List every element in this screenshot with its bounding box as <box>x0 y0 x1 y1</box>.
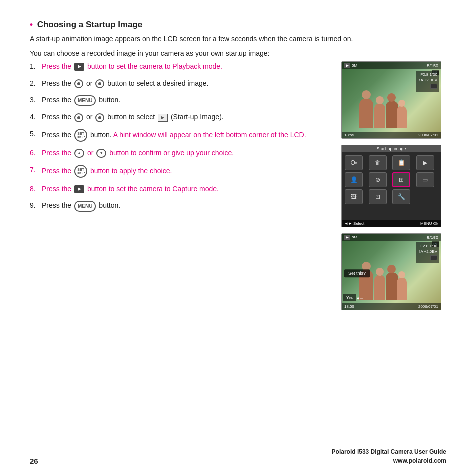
step-1-content: Press the button to set the camera to Pl… <box>42 61 336 72</box>
menu-cell-6: ⊘ <box>369 172 387 187</box>
screen1-topbar: ▶ 5M 5/150 <box>342 62 441 69</box>
screen3-prompt: Set this? <box>344 269 370 277</box>
menu-cell-11: 🔧 <box>392 189 410 204</box>
scroll-down-icon <box>96 149 106 158</box>
step-7: 7. Press the SETDISP button to apply the… <box>30 165 336 178</box>
set-icon-step5: SETDISP <box>74 129 87 142</box>
step-1: 1. Press the button to set the camera to… <box>30 61 336 72</box>
menu-icon-step9: MENU <box>74 201 96 212</box>
menu-cell-5: 👤 <box>345 172 363 187</box>
step-4: 4. Press the or button to select (Start-… <box>30 112 336 123</box>
step-2-num: 2. <box>30 78 42 89</box>
menu-screen-background: Start-up image On 🗑 📋 ▶ 👤 ⊘ ⊞ ▭ 🖼 <box>342 145 441 227</box>
screen1-family-scene <box>352 88 431 128</box>
screen1-5m-label: 5M <box>352 63 357 68</box>
step-7-content: Press the SETDISP button to apply the ch… <box>42 165 336 178</box>
screen3-yes: Yes <box>343 294 356 301</box>
step-9-content: Press the MENU button. <box>42 200 336 211</box>
menu-icon-grid: On 🗑 📋 ▶ 👤 ⊘ ⊞ ▭ 🖼 ⊡ 🔧 <box>342 152 441 207</box>
screen3-mode-icon: ▶ <box>344 235 350 240</box>
screen3-family-scene <box>352 260 431 300</box>
title-text: Choosing a Startup Image <box>37 20 143 29</box>
wheel-icon-left <box>74 79 83 88</box>
step-2: 2. Press the or button to select a desir… <box>30 78 336 89</box>
intro-paragraph-1: A start-up animation image appears on th… <box>30 34 446 44</box>
intro-paragraph-2: You can choose a recorded image in your … <box>30 49 446 57</box>
steps-column: 1. Press the button to set the camera to… <box>30 61 341 310</box>
screen1-bottombar: 18:59 2006/07/01 <box>342 132 441 138</box>
screen1-counter: 5/150 <box>427 63 438 68</box>
screen3-date: 2006/07/01 <box>418 304 438 309</box>
step-8-num: 8. <box>30 184 42 195</box>
menu-bottom-bar: ◄► Select MENU Ok <box>342 220 441 227</box>
camera-screen-3: ▶ 5M 5/150 IN F2.8 1/30 ↑A +2.0EV <box>341 233 441 310</box>
svg-rect-3 <box>431 256 437 260</box>
menu-cell-7-active: ⊞ <box>392 172 410 187</box>
svg-rect-1 <box>431 84 437 88</box>
menu-cell-8: ▭ <box>416 172 434 187</box>
step-5-hint: A hint window will appear on the left bo… <box>113 131 306 139</box>
menu-cell-10: ⊡ <box>369 189 387 204</box>
step-9: 9. Press the MENU button. <box>30 200 336 211</box>
screen3-topbar: ▶ 5M 5/150 <box>342 234 441 241</box>
screen3-bottombar: 18:59 2006/07/01 <box>342 303 441 310</box>
startup-icon <box>158 114 168 122</box>
screen1-date: 2006/07/01 <box>418 133 438 137</box>
wheel-icon-step4a <box>74 113 83 122</box>
camera-screen-1: ▶ 5M 5/150 IN F2.8 1/30 ↑A +2.0EV <box>341 61 441 139</box>
footer: 26 Polaroid i533 Digital Camera User Gui… <box>30 443 446 465</box>
menu-select-label: ◄► Select <box>344 221 364 226</box>
brand-name: Polaroid i533 Digital Camera User Guide <box>332 447 446 456</box>
images-column: ▶ 5M 5/150 IN F2.8 1/30 ↑A +2.0EV <box>341 61 446 310</box>
page: • Choosing a Startup Image A start-up an… <box>0 0 476 476</box>
step-5-num: 5. <box>30 129 42 140</box>
step-9-num: 9. <box>30 200 42 211</box>
step-4-num: 4. <box>30 112 42 123</box>
step-7-num: 7. <box>30 165 42 176</box>
step-4-content: Press the or button to select (Start-up … <box>42 112 336 123</box>
brand-website: www.polaroid.com <box>332 456 446 465</box>
menu-cell-4: ▶ <box>416 155 434 170</box>
step-6-num: 6. <box>30 148 42 159</box>
playback-icon <box>74 63 84 71</box>
wheel-icon-right <box>95 79 104 88</box>
menu-title: Start-up image <box>342 145 441 152</box>
bullet-point: • <box>30 20 33 29</box>
screen3-time: 18:59 <box>344 304 354 309</box>
step-5-content: Press the SETDISP button. A hint window … <box>42 129 336 142</box>
menu-cell-3: 📋 <box>392 155 410 170</box>
menu-cell-2: 🗑 <box>369 155 387 170</box>
playback-icon-step8 <box>74 185 84 193</box>
step-3: 3. Press the MENU button. <box>30 95 336 106</box>
step-3-num: 3. <box>30 95 42 106</box>
step-2-content: Press the or button to select a desired … <box>42 78 336 89</box>
footer-brand: Polaroid i533 Digital Camera User Guide … <box>332 447 446 465</box>
menu-cell-9: 🖼 <box>345 189 363 204</box>
menu-ok-label: MENU Ok <box>420 221 438 226</box>
step-1-num: 1. <box>30 61 42 72</box>
menu-cell-1: On <box>345 155 363 170</box>
step-5: 5. Press the SETDISP button. A hint wind… <box>30 129 336 142</box>
screen3-arrow: ●← <box>357 296 364 301</box>
wheel-icon-step4b <box>95 113 104 122</box>
screen3-counter: 5/150 <box>427 235 438 240</box>
step-3-content: Press the MENU button. <box>42 95 336 106</box>
menu-icon-step3: MENU <box>74 95 96 106</box>
screen3-5m-label: 5M <box>352 235 357 239</box>
screen1-mode-icon: ▶ <box>344 63 350 68</box>
step-8-content: Press the button to set the camera to Ca… <box>42 184 336 195</box>
screen3-background: ▶ 5M 5/150 IN F2.8 1/30 ↑A +2.0EV <box>342 234 441 310</box>
page-number: 26 <box>30 457 38 465</box>
step-8: 8. Press the button to set the camera to… <box>30 184 336 195</box>
screen1-background: ▶ 5M 5/150 IN F2.8 1/30 ↑A +2.0EV <box>342 62 441 138</box>
menu-cell-empty <box>416 189 434 204</box>
step-6: 6. Press the or button to confirm or giv… <box>30 148 336 159</box>
step-6-content: Press the or button to confirm or give u… <box>42 148 336 159</box>
section-title: • Choosing a Startup Image <box>30 20 446 30</box>
screen1-time: 18:59 <box>344 133 354 137</box>
scroll-up-icon <box>74 149 84 158</box>
camera-screen-2: Start-up image On 🗑 📋 ▶ 👤 ⊘ ⊞ ▭ 🖼 <box>341 145 441 227</box>
set-icon-step7: SETDISP <box>74 165 87 178</box>
content-area: 1. Press the button to set the camera to… <box>30 61 446 310</box>
